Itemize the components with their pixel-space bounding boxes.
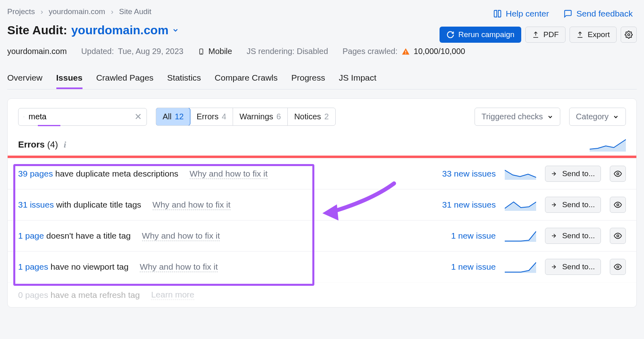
issue-row: 39 pages have duplicate meta description… — [8, 158, 636, 189]
warning-icon — [402, 48, 410, 56]
filter-notices-label: Notices — [294, 112, 321, 121]
search-icon — [23, 113, 25, 121]
settings-button[interactable] — [621, 27, 637, 43]
filter-all[interactable]: All 12 — [156, 108, 190, 126]
meta-crawled: Pages crawled: 10,000/10,000 — [343, 47, 465, 56]
why-link[interactable]: Why and how to fix it — [140, 262, 218, 272]
send-to-label: Send to... — [562, 200, 595, 209]
tab-progress[interactable]: Progress — [291, 73, 325, 89]
search-highlight — [38, 125, 60, 126]
new-issues-link[interactable]: 1 new issue — [451, 262, 496, 272]
meta-js: JS rendering: Disabled — [247, 47, 328, 56]
send-to-button[interactable]: Send to... — [545, 197, 601, 213]
breadcrumb-item-domain[interactable]: yourdomain.com — [49, 7, 105, 16]
chevron-right-icon: › — [41, 7, 43, 16]
help-center-label: Help center — [506, 9, 549, 19]
meta-row: yourdomain.com Updated: Tue, Aug 29, 202… — [7, 47, 637, 56]
issue-text: doesn't have a title tag — [44, 231, 130, 240]
view-button[interactable] — [610, 259, 626, 275]
issue-count-link[interactable]: 1 pages — [18, 262, 48, 271]
issue-row: 1 page doesn't have a title tag Why and … — [8, 220, 636, 251]
issue-count-link[interactable]: 39 pages — [18, 169, 53, 178]
filter-warnings[interactable]: Warnings 6 — [233, 108, 288, 125]
view-button[interactable] — [610, 228, 626, 244]
upload-icon — [576, 31, 584, 38]
search-input[interactable] — [29, 112, 130, 121]
gear-icon — [625, 31, 633, 39]
breadcrumb-item-projects[interactable]: Projects — [7, 7, 35, 16]
sparkline-icon — [505, 261, 536, 273]
new-issues-link[interactable]: 1 new issue — [451, 231, 496, 241]
breadcrumb-item-current: Site Audit — [119, 7, 151, 16]
svg-point-5 — [24, 116, 25, 117]
sparkline-icon — [590, 138, 626, 152]
clear-search-icon[interactable]: ✕ — [134, 112, 142, 122]
send-to-button[interactable]: Send to... — [545, 259, 601, 275]
why-link[interactable]: Why and how to fix it — [153, 200, 231, 210]
issue-count-link[interactable]: 1 page — [18, 231, 44, 240]
issue-text: have a meta refresh tag — [48, 290, 140, 299]
meta-js-value: Disabled — [297, 47, 328, 56]
send-feedback-label: Send feedback — [576, 9, 633, 19]
triggered-label: Triggered checks — [481, 112, 543, 121]
rerun-label: Rerun campaign — [458, 30, 514, 39]
sparkline-icon — [505, 168, 536, 180]
svg-rect-3 — [405, 50, 406, 52]
view-button[interactable] — [610, 197, 626, 213]
chevron-down-icon — [547, 114, 553, 120]
help-center-link[interactable]: Help center — [493, 9, 549, 19]
tab-overview[interactable]: Overview — [7, 73, 43, 89]
why-link[interactable]: Why and how to fix it — [142, 231, 220, 241]
domain-select[interactable]: yourdomain.com — [71, 23, 179, 37]
why-link[interactable]: Why and how to fix it — [190, 169, 268, 179]
export-label: Export — [588, 30, 610, 39]
rerun-campaign-button[interactable]: Rerun campaign — [440, 27, 521, 43]
svg-point-9 — [617, 235, 619, 237]
filter-warnings-count: 6 — [277, 112, 281, 121]
send-to-button[interactable]: Send to... — [545, 166, 601, 182]
issue-text: have duplicate meta descriptions — [53, 169, 178, 178]
page-title: Site Audit: — [7, 23, 67, 37]
issue-text: with duplicate title tags — [54, 200, 141, 209]
filter-notices-count: 2 — [324, 112, 329, 121]
chevron-right-icon: › — [111, 7, 113, 16]
tab-js-impact[interactable]: JS Impact — [339, 73, 376, 89]
send-to-label: Send to... — [562, 262, 595, 271]
share-icon — [551, 170, 558, 177]
category-dropdown[interactable]: Category — [569, 108, 626, 126]
pdf-button[interactable]: PDF — [525, 27, 566, 43]
svg-point-0 — [628, 34, 630, 36]
search-box[interactable]: ✕ — [18, 108, 147, 126]
issue-count-link[interactable]: 0 pages — [18, 290, 48, 299]
chevron-down-icon — [172, 27, 179, 34]
tab-statistics[interactable]: Statistics — [167, 73, 201, 89]
eye-icon — [614, 263, 622, 271]
tab-issues[interactable]: Issues — [56, 73, 83, 89]
export-button[interactable]: Export — [570, 27, 617, 43]
issue-row-faded: 0 pages have a meta refresh tag Learn mo… — [8, 282, 636, 307]
view-button[interactable] — [610, 166, 626, 182]
filter-errors[interactable]: Errors 4 — [190, 108, 233, 125]
new-issues-link[interactable]: 31 new issues — [442, 200, 496, 210]
upload-icon — [532, 31, 539, 38]
meta-crawled-label: Pages crawled: — [343, 47, 398, 56]
filter-notices[interactable]: Notices 2 — [288, 108, 335, 125]
filter-all-label: All — [163, 112, 171, 121]
filter-errors-label: Errors — [196, 112, 218, 121]
tab-compare-crawls[interactable]: Compare Crawls — [215, 73, 277, 89]
send-to-label: Send to... — [562, 169, 595, 178]
domain-select-label: yourdomain.com — [71, 23, 169, 37]
send-to-button[interactable]: Send to... — [545, 228, 601, 244]
book-icon — [493, 9, 502, 18]
meta-js-label: JS rendering: — [247, 47, 295, 56]
tab-crawled-pages[interactable]: Crawled Pages — [96, 73, 153, 89]
why-link[interactable]: Learn more — [151, 290, 194, 300]
send-feedback-link[interactable]: Send feedback — [564, 9, 633, 19]
pdf-label: PDF — [543, 30, 559, 39]
info-icon[interactable]: i — [64, 139, 66, 150]
category-label: Category — [576, 112, 609, 121]
new-issues-link[interactable]: 33 new issues — [442, 169, 496, 179]
issue-count-link[interactable]: 31 issues — [18, 200, 54, 209]
triggered-checks-dropdown[interactable]: Triggered checks — [475, 108, 560, 126]
sparkline-icon — [505, 230, 536, 242]
